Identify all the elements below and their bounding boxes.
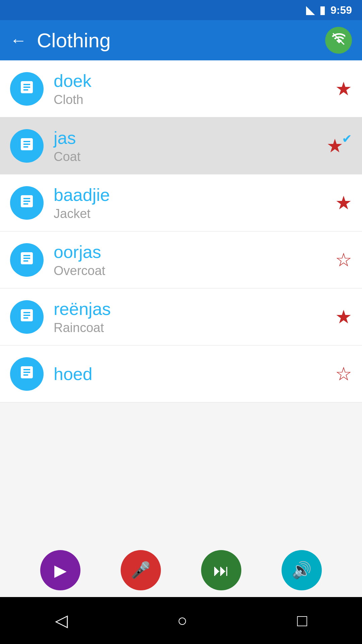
list-item[interactable]: oorjas Overcoat ☆	[0, 231, 362, 288]
back-button[interactable]: ←	[10, 31, 27, 50]
list-item[interactable]: jas Coat ★ ✔	[0, 117, 362, 174]
word-list: doek Cloth ★ jas Coat ★ ✔	[0, 60, 362, 402]
play-button[interactable]: ▶	[40, 550, 80, 590]
star-container-baadjie: ★	[335, 192, 352, 214]
word-foreign-doek: doek	[54, 71, 335, 91]
star-container-jas: ★ ✔	[326, 135, 352, 157]
list-item[interactable]: doek Cloth ★	[0, 60, 362, 117]
volume-icon: 🔊	[292, 561, 312, 580]
word-content-oorjas: oorjas Overcoat	[44, 242, 335, 278]
word-foreign-oorjas: oorjas	[54, 242, 335, 262]
word-english-oorjas: Overcoat	[54, 264, 335, 278]
favorite-button-jas[interactable]: ★	[326, 135, 343, 157]
word-english-doek: Cloth	[54, 93, 335, 107]
check-badge: ✔	[342, 132, 352, 146]
star-container-oorjas: ☆	[335, 249, 352, 271]
mic-icon: 🎤	[131, 561, 151, 580]
list-item[interactable]: baadjie Jacket ★	[0, 174, 362, 231]
list-item[interactable]: reënjas Raincoat ★	[0, 288, 362, 345]
word-content-reenjas: reënjas Raincoat	[44, 299, 335, 335]
note-icon	[19, 364, 35, 384]
word-content-doek: doek Cloth	[44, 71, 335, 107]
page-title: Clothing	[37, 29, 315, 52]
note-icon	[19, 79, 35, 99]
wifi-icon	[332, 32, 345, 49]
status-icons: ◣ ▮ 9:59	[306, 4, 352, 16]
star-container-reenjas: ★	[335, 306, 352, 328]
status-bar: ◣ ▮ 9:59	[0, 0, 362, 20]
nav-bar: ◁ ○ □	[0, 597, 362, 644]
volume-button[interactable]: 🔊	[282, 550, 322, 590]
note-button-reenjas[interactable]	[10, 300, 44, 334]
word-content-hoed: hoed	[44, 364, 335, 384]
skip-button[interactable]: ⏭	[201, 550, 241, 590]
word-foreign-reenjas: reënjas	[54, 299, 335, 319]
bottom-bar: ▶ 🎤 ⏭ 🔊	[0, 543, 362, 597]
note-icon	[19, 307, 35, 327]
note-button-jas[interactable]	[10, 129, 44, 163]
favorite-button-hoed[interactable]: ☆	[335, 363, 352, 385]
time-display: 9:59	[330, 4, 352, 16]
header: ← Clothing	[0, 20, 362, 60]
mic-button[interactable]: 🎤	[121, 550, 161, 590]
note-icon	[19, 250, 35, 270]
favorite-button-reenjas[interactable]: ★	[335, 306, 352, 328]
nav-back-icon[interactable]: ◁	[55, 611, 68, 630]
word-content-baadjie: baadjie Jacket	[44, 185, 335, 221]
word-english-jas: Coat	[54, 150, 326, 164]
word-english-baadjie: Jacket	[54, 207, 335, 221]
word-foreign-baadjie: baadjie	[54, 185, 335, 205]
nav-recent-icon[interactable]: □	[297, 611, 307, 630]
note-button-hoed[interactable]	[10, 357, 44, 391]
signal-icon: ◣	[306, 4, 314, 16]
favorite-button-baadjie[interactable]: ★	[335, 192, 352, 214]
star-container-doek: ★	[335, 78, 352, 100]
nav-home-icon[interactable]: ○	[177, 611, 187, 630]
word-foreign-jas: jas	[54, 128, 326, 148]
word-foreign-hoed: hoed	[54, 364, 335, 384]
back-icon: ←	[10, 31, 27, 50]
note-button-doek[interactable]	[10, 72, 44, 106]
word-content-jas: jas Coat	[44, 128, 326, 164]
note-button-baadjie[interactable]	[10, 186, 44, 220]
favorite-button-doek[interactable]: ★	[335, 78, 352, 100]
skip-icon: ⏭	[213, 561, 229, 580]
battery-icon: ▮	[319, 4, 325, 16]
word-english-reenjas: Raincoat	[54, 321, 335, 335]
note-icon	[19, 136, 35, 156]
list-item[interactable]: hoed ☆	[0, 345, 362, 402]
favorite-button-oorjas[interactable]: ☆	[335, 249, 352, 271]
play-icon: ▶	[54, 561, 67, 580]
star-container-hoed: ☆	[335, 363, 352, 385]
note-icon	[19, 193, 35, 213]
note-button-oorjas[interactable]	[10, 243, 44, 277]
wifi-toggle-button[interactable]	[325, 27, 352, 54]
